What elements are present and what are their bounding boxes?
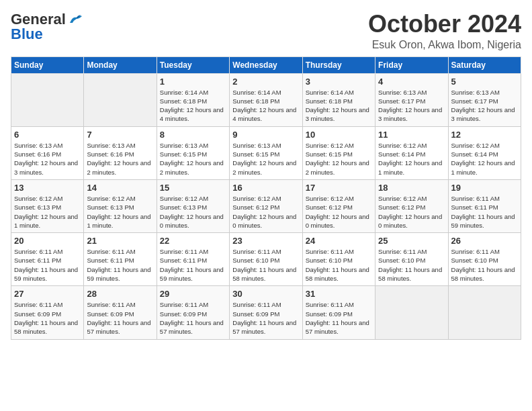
day-number: 23 xyxy=(232,236,299,246)
day-number: 31 xyxy=(306,289,372,299)
calendar-cell: 1Sunrise: 6:14 AMSunset: 6:18 PMDaylight… xyxy=(157,73,229,126)
day-number: 3 xyxy=(306,77,372,87)
day-number: 8 xyxy=(160,130,226,140)
weekday-header: Wednesday xyxy=(230,56,302,73)
day-detail: Sunrise: 6:11 AMSunset: 6:10 PMDaylight:… xyxy=(378,247,445,283)
page-header: General Blue October 2024 Esuk Oron, Akw… xyxy=(11,11,521,51)
logo: General Blue xyxy=(11,11,82,43)
day-number: 11 xyxy=(378,130,445,140)
day-detail: Sunrise: 6:11 AMSunset: 6:09 PMDaylight:… xyxy=(14,300,81,336)
day-detail: Sunrise: 6:11 AMSunset: 6:09 PMDaylight:… xyxy=(232,300,299,336)
month-title: October 2024 xyxy=(368,11,521,38)
calendar-cell: 24Sunrise: 6:11 AMSunset: 6:10 PMDayligh… xyxy=(302,233,375,286)
calendar-cell: 5Sunrise: 6:13 AMSunset: 6:17 PMDaylight… xyxy=(448,73,521,126)
day-detail: Sunrise: 6:11 AMSunset: 6:11 PMDaylight:… xyxy=(451,194,518,230)
day-detail: Sunrise: 6:13 AMSunset: 6:15 PMDaylight:… xyxy=(160,141,226,177)
day-number: 27 xyxy=(14,289,81,299)
day-detail: Sunrise: 6:11 AMSunset: 6:10 PMDaylight:… xyxy=(232,247,299,283)
calendar-cell: 3Sunrise: 6:14 AMSunset: 6:18 PMDaylight… xyxy=(302,73,375,126)
day-detail: Sunrise: 6:13 AMSunset: 6:17 PMDaylight:… xyxy=(451,88,518,124)
day-number: 1 xyxy=(160,77,226,87)
calendar-cell: 7Sunrise: 6:13 AMSunset: 6:16 PMDaylight… xyxy=(84,126,157,179)
day-detail: Sunrise: 6:11 AMSunset: 6:10 PMDaylight:… xyxy=(451,247,518,283)
day-number: 20 xyxy=(14,236,81,246)
weekday-header: Friday xyxy=(375,56,448,73)
calendar-week-row: 6Sunrise: 6:13 AMSunset: 6:16 PMDaylight… xyxy=(11,126,521,179)
day-number: 22 xyxy=(160,236,226,246)
calendar-cell: 6Sunrise: 6:13 AMSunset: 6:16 PMDaylight… xyxy=(11,126,84,179)
day-number: 2 xyxy=(232,77,299,87)
calendar-cell: 10Sunrise: 6:12 AMSunset: 6:15 PMDayligh… xyxy=(302,126,375,179)
day-number: 26 xyxy=(451,236,518,246)
calendar-cell: 23Sunrise: 6:11 AMSunset: 6:10 PMDayligh… xyxy=(230,233,302,286)
day-number: 4 xyxy=(378,77,445,87)
day-number: 12 xyxy=(451,130,518,140)
weekday-header: Saturday xyxy=(448,56,521,73)
day-detail: Sunrise: 6:12 AMSunset: 6:15 PMDaylight:… xyxy=(306,141,372,177)
calendar-cell xyxy=(448,286,521,339)
day-detail: Sunrise: 6:11 AMSunset: 6:09 PMDaylight:… xyxy=(87,300,153,336)
day-number: 5 xyxy=(451,77,518,87)
calendar-cell: 16Sunrise: 6:12 AMSunset: 6:12 PMDayligh… xyxy=(230,179,302,232)
weekday-header: Sunday xyxy=(11,56,84,73)
day-number: 25 xyxy=(378,236,445,246)
calendar-cell: 22Sunrise: 6:11 AMSunset: 6:11 PMDayligh… xyxy=(157,233,229,286)
day-number: 13 xyxy=(14,183,81,193)
calendar-cell: 15Sunrise: 6:12 AMSunset: 6:13 PMDayligh… xyxy=(157,179,229,232)
day-number: 15 xyxy=(160,183,226,193)
calendar-week-row: 13Sunrise: 6:12 AMSunset: 6:13 PMDayligh… xyxy=(11,179,521,232)
weekday-header: Thursday xyxy=(302,56,375,73)
calendar-cell: 26Sunrise: 6:11 AMSunset: 6:10 PMDayligh… xyxy=(448,233,521,286)
day-detail: Sunrise: 6:12 AMSunset: 6:12 PMDaylight:… xyxy=(378,194,445,230)
day-detail: Sunrise: 6:13 AMSunset: 6:16 PMDaylight:… xyxy=(14,141,81,177)
calendar-cell: 31Sunrise: 6:11 AMSunset: 6:09 PMDayligh… xyxy=(302,286,375,339)
day-detail: Sunrise: 6:13 AMSunset: 6:17 PMDaylight:… xyxy=(378,88,445,124)
calendar-cell: 20Sunrise: 6:11 AMSunset: 6:11 PMDayligh… xyxy=(11,233,84,286)
day-detail: Sunrise: 6:12 AMSunset: 6:14 PMDaylight:… xyxy=(378,141,445,177)
calendar: SundayMondayTuesdayWednesdayThursdayFrid… xyxy=(11,56,521,340)
day-detail: Sunrise: 6:14 AMSunset: 6:18 PMDaylight:… xyxy=(232,88,299,124)
day-number: 24 xyxy=(306,236,372,246)
day-detail: Sunrise: 6:14 AMSunset: 6:18 PMDaylight:… xyxy=(160,88,226,124)
day-detail: Sunrise: 6:11 AMSunset: 6:09 PMDaylight:… xyxy=(306,300,372,336)
calendar-cell: 18Sunrise: 6:12 AMSunset: 6:12 PMDayligh… xyxy=(375,179,448,232)
calendar-cell: 14Sunrise: 6:12 AMSunset: 6:13 PMDayligh… xyxy=(84,179,157,232)
day-detail: Sunrise: 6:12 AMSunset: 6:13 PMDaylight:… xyxy=(14,194,81,230)
day-number: 6 xyxy=(14,130,81,140)
calendar-cell: 9Sunrise: 6:13 AMSunset: 6:15 PMDaylight… xyxy=(230,126,302,179)
calendar-cell xyxy=(84,73,157,126)
calendar-cell: 21Sunrise: 6:11 AMSunset: 6:11 PMDayligh… xyxy=(84,233,157,286)
day-detail: Sunrise: 6:11 AMSunset: 6:11 PMDaylight:… xyxy=(87,247,153,283)
day-number: 7 xyxy=(87,130,153,140)
calendar-cell: 17Sunrise: 6:12 AMSunset: 6:12 PMDayligh… xyxy=(302,179,375,232)
day-detail: Sunrise: 6:11 AMSunset: 6:11 PMDaylight:… xyxy=(160,247,226,283)
logo-blue: Blue xyxy=(11,26,43,43)
day-number: 29 xyxy=(160,289,226,299)
calendar-cell: 12Sunrise: 6:12 AMSunset: 6:14 PMDayligh… xyxy=(448,126,521,179)
day-detail: Sunrise: 6:11 AMSunset: 6:11 PMDaylight:… xyxy=(14,247,81,283)
calendar-cell: 8Sunrise: 6:13 AMSunset: 6:15 PMDaylight… xyxy=(157,126,229,179)
calendar-cell: 2Sunrise: 6:14 AMSunset: 6:18 PMDaylight… xyxy=(230,73,302,126)
title-block: October 2024 Esuk Oron, Akwa Ibom, Niger… xyxy=(368,11,521,51)
day-number: 10 xyxy=(306,130,372,140)
day-detail: Sunrise: 6:12 AMSunset: 6:13 PMDaylight:… xyxy=(87,194,153,230)
calendar-cell: 28Sunrise: 6:11 AMSunset: 6:09 PMDayligh… xyxy=(84,286,157,339)
calendar-cell xyxy=(375,286,448,339)
day-detail: Sunrise: 6:13 AMSunset: 6:15 PMDaylight:… xyxy=(232,141,299,177)
calendar-week-row: 20Sunrise: 6:11 AMSunset: 6:11 PMDayligh… xyxy=(11,233,521,286)
day-number: 28 xyxy=(87,289,153,299)
calendar-week-row: 1Sunrise: 6:14 AMSunset: 6:18 PMDaylight… xyxy=(11,73,521,126)
calendar-cell: 27Sunrise: 6:11 AMSunset: 6:09 PMDayligh… xyxy=(11,286,84,339)
day-detail: Sunrise: 6:11 AMSunset: 6:10 PMDaylight:… xyxy=(306,247,372,283)
calendar-cell: 4Sunrise: 6:13 AMSunset: 6:17 PMDaylight… xyxy=(375,73,448,126)
calendar-cell: 11Sunrise: 6:12 AMSunset: 6:14 PMDayligh… xyxy=(375,126,448,179)
day-detail: Sunrise: 6:13 AMSunset: 6:16 PMDaylight:… xyxy=(87,141,153,177)
calendar-cell: 19Sunrise: 6:11 AMSunset: 6:11 PMDayligh… xyxy=(448,179,521,232)
day-number: 9 xyxy=(232,130,299,140)
calendar-week-row: 27Sunrise: 6:11 AMSunset: 6:09 PMDayligh… xyxy=(11,286,521,339)
day-number: 19 xyxy=(451,183,518,193)
location: Esuk Oron, Akwa Ibom, Nigeria xyxy=(368,39,521,51)
calendar-cell: 30Sunrise: 6:11 AMSunset: 6:09 PMDayligh… xyxy=(230,286,302,339)
day-number: 16 xyxy=(232,183,299,193)
day-number: 17 xyxy=(306,183,372,193)
